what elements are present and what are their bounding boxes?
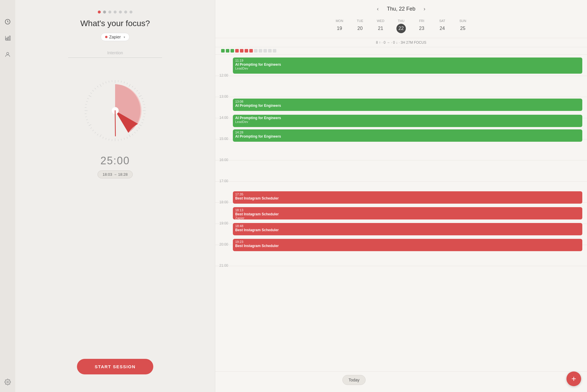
next-week-button[interactable]: › <box>421 5 428 13</box>
calendar-title: Thu, 22 Feb <box>387 6 415 12</box>
clock-face-svg <box>80 75 150 146</box>
day-name-tue: TUE <box>357 19 363 23</box>
event-sub-3: LeadDev <box>235 120 580 124</box>
svg-line-54 <box>85 104 87 104</box>
event-title-3: AI Prompting for Engineers <box>235 116 580 120</box>
svg-point-6 <box>7 381 9 383</box>
progress-dots-bar <box>215 47 587 55</box>
event-title-8: Best Instagram Scheduler <box>235 244 580 248</box>
svg-line-48 <box>87 122 89 123</box>
intention-input[interactable] <box>68 48 162 58</box>
event-instagram-3[interactable]: 18:48 Best Instagram Scheduler <box>233 223 582 235</box>
svg-line-14 <box>134 88 136 89</box>
prog-dot-6 <box>245 49 248 53</box>
svg-line-49 <box>86 119 88 120</box>
event-ai-prompting-3[interactable]: AI Prompting for Engineers LeadDev <box>233 115 582 127</box>
day-name-thu: THU <box>398 19 405 23</box>
svg-line-24 <box>143 116 145 117</box>
timer-clock <box>80 75 150 146</box>
svg-line-55 <box>86 101 88 102</box>
timer-display: 25:00 <box>100 155 130 167</box>
timeslot-16: 16:00 <box>215 160 587 181</box>
svg-line-59 <box>92 90 94 91</box>
focus-title: What's your focus? <box>80 19 150 28</box>
calendar-day-sun[interactable]: SUN 25 <box>453 18 473 34</box>
project-tag[interactable]: Zapier ▾ <box>101 33 130 41</box>
svg-line-19 <box>142 101 144 102</box>
svg-line-12 <box>129 84 130 87</box>
svg-line-40 <box>106 138 106 140</box>
event-ai-prompting-2[interactable]: 13:08 AI Prompting for Engineers <box>233 99 582 111</box>
time-label-16: 16:00 <box>215 158 231 162</box>
svg-line-28 <box>138 128 140 129</box>
svg-line-62 <box>100 84 101 87</box>
time-label-19: 19:00 <box>215 221 231 225</box>
svg-line-41 <box>103 137 103 138</box>
svg-line-17 <box>139 95 142 97</box>
time-label-20: 20:00 <box>215 242 231 246</box>
sidebar <box>0 0 15 392</box>
main-content: What's your focus? Zapier ▾ <box>15 0 587 392</box>
progress-dots <box>98 11 132 13</box>
start-session-button[interactable]: START SESSION <box>77 359 153 374</box>
prev-week-button[interactable]: ‹ <box>374 5 381 13</box>
calendar-footer: Today + <box>215 371 587 392</box>
svg-line-53 <box>85 107 87 108</box>
day-num-tue: 20 <box>355 24 365 33</box>
svg-line-39 <box>109 139 109 141</box>
timeslot-12: 12:00 <box>215 76 587 97</box>
add-event-button[interactable]: + <box>566 371 581 386</box>
calendar-day-tue[interactable]: TUE 20 <box>350 18 370 34</box>
svg-line-42 <box>100 134 101 137</box>
svg-line-47 <box>89 124 91 126</box>
svg-line-64 <box>106 82 106 83</box>
svg-line-26 <box>142 122 143 123</box>
progress-dot-5 <box>119 11 122 13</box>
svg-rect-2 <box>6 38 7 40</box>
event-instagram-2[interactable]: 18:13 Best Instagram Scheduler Zapier <box>233 207 582 219</box>
calendar-scroll[interactable]: 12:00 13:00 14:00 15:00 16:00 17:00 <box>215 55 587 371</box>
timeslot-15: 15:00 <box>215 139 587 160</box>
sidebar-item-stats[interactable] <box>4 34 12 42</box>
svg-line-51 <box>85 114 87 114</box>
project-tag-label: Zapier <box>109 35 121 39</box>
sidebar-item-profile[interactable] <box>4 50 12 59</box>
sidebar-item-settings[interactable] <box>4 378 12 386</box>
calendar-day-wed[interactable]: WED 21 <box>370 18 391 34</box>
calendar-header: ‹ Thu, 22 Feb › MON 19 TUE 20 WED 21 <box>215 0 587 38</box>
svg-rect-3 <box>8 37 9 40</box>
svg-line-65 <box>109 81 109 82</box>
svg-line-18 <box>142 98 143 99</box>
svg-line-36 <box>118 139 118 141</box>
svg-line-16 <box>138 93 140 94</box>
calendar-day-mon[interactable]: MON 19 <box>329 18 350 34</box>
svg-line-58 <box>90 93 92 94</box>
sidebar-item-timer[interactable] <box>4 18 12 26</box>
svg-line-33 <box>127 137 127 138</box>
calendar-day-fri[interactable]: FRI 23 <box>411 18 432 34</box>
event-instagram-1[interactable]: 17:35 Best Instagram Scheduler <box>233 191 582 204</box>
svg-line-11 <box>127 83 127 84</box>
event-time-4: 14:28 <box>235 131 580 134</box>
svg-line-35 <box>121 139 121 141</box>
calendar-day-sat[interactable]: SAT 24 <box>432 18 453 34</box>
today-button[interactable]: Today <box>342 375 366 385</box>
time-label-14: 14:00 <box>215 116 231 120</box>
prog-dot-11 <box>268 49 272 53</box>
calendar-days-row: MON 19 TUE 20 WED 21 THU 22 FRI 23 <box>221 18 581 34</box>
day-num-sat: 24 <box>438 24 447 33</box>
prog-dot-8 <box>254 49 258 53</box>
svg-line-8 <box>118 80 118 82</box>
event-title-4: AI Prompting for Engineers <box>235 134 580 138</box>
event-title-1: AI Prompting for Engineers <box>235 62 580 67</box>
timeslot-21: 21:00 <box>215 266 587 287</box>
event-ai-prompting-1[interactable]: 11:19 AI Prompting for Engineers LeadDev <box>233 58 582 74</box>
event-time-6: 18:13 <box>235 208 580 212</box>
event-ai-prompting-4[interactable]: 14:28 AI Prompting for Engineers <box>233 129 582 142</box>
calendar-panel: ‹ Thu, 22 Feb › MON 19 TUE 20 WED 21 <box>215 0 587 392</box>
day-name-sun: SUN <box>459 19 466 23</box>
calendar-day-thu[interactable]: THU 22 <box>391 18 411 34</box>
event-instagram-4[interactable]: 19:23 Best Instagram Scheduler <box>233 239 582 251</box>
event-sub-6: Zapier <box>235 216 580 219</box>
svg-line-21 <box>144 107 145 108</box>
